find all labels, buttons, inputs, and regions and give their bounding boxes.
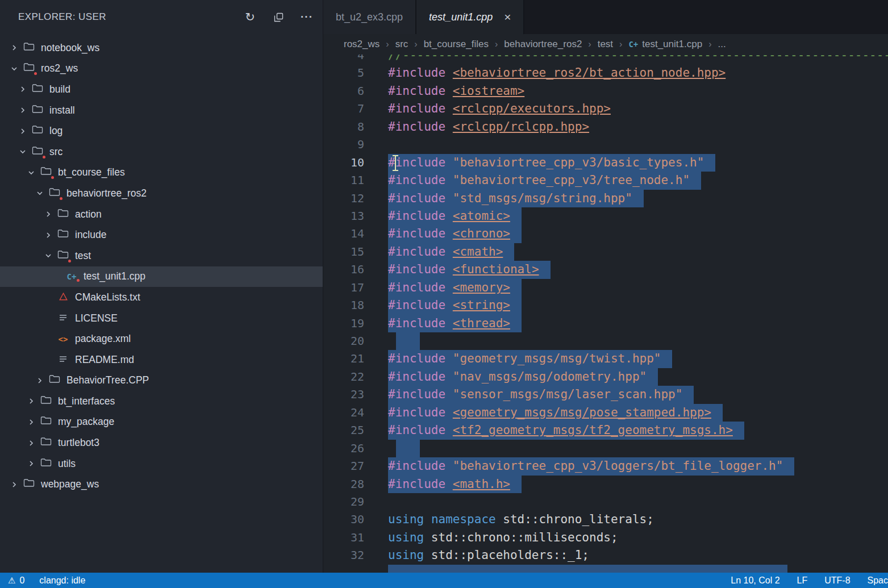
clangd-status[interactable]: clangd: idle (39, 576, 85, 586)
code-line[interactable]: 20 (323, 332, 888, 350)
tree-item-package.xml[interactable]: <>package.xml (0, 328, 323, 349)
chevron-down-icon[interactable] (41, 252, 56, 260)
ellipsis-icon[interactable]: ··· (300, 10, 314, 24)
tree-item-CMakeLists.txt[interactable]: CMakeLists.txt (0, 287, 323, 308)
chevron-down-icon[interactable] (24, 169, 39, 177)
chevron-right-icon[interactable] (7, 481, 22, 489)
code-line[interactable]: 5#include <behaviortree_ros2/bt_action_n… (323, 64, 888, 82)
chevron-down-icon[interactable] (32, 189, 47, 197)
code-line[interactable]: 26 (323, 440, 888, 457)
code-line[interactable]: 6#include <iostream> (323, 82, 888, 100)
tree-item-src[interactable]: src (0, 141, 323, 162)
tab-test_unit1.cpp[interactable]: test_unit1.cpp× (416, 0, 524, 34)
xml-file-icon: <> (56, 335, 70, 344)
code-line[interactable]: 11#include "behaviortree_cpp_v3/tree_nod… (323, 172, 888, 189)
tree-item-bt_interfaces[interactable]: bt_interfaces (0, 391, 323, 412)
code-line[interactable]: 22#include "nav_msgs/msg/odometry.hpp" (323, 368, 888, 386)
code-line[interactable]: 25#include <tf2_geometry_msgs/tf2_geomet… (323, 422, 888, 439)
breadcrumb-item-bt_course_files[interactable]: bt_course_files (424, 39, 489, 50)
tree-item-BehaviorTree.CPP[interactable]: BehaviorTree.CPP (0, 370, 323, 391)
chevron-right-icon[interactable] (24, 418, 39, 426)
breadcrumb-item-ros2_ws[interactable]: ros2_ws (344, 39, 380, 50)
code-line[interactable]: 12#include "std_msgs/msg/string.hpp" (323, 190, 888, 207)
code-line[interactable]: 10#include "behaviortree_cpp_v3/basic_ty… (323, 154, 888, 172)
breadcrumb-item-behaviortree_ros2[interactable]: behaviortree_ros2 (504, 39, 582, 50)
chevron-down-icon[interactable] (15, 148, 30, 156)
code-line[interactable]: 21#include "geometry_msgs/msg/twist.hpp" (323, 350, 888, 368)
chevron-right-icon[interactable] (15, 106, 30, 114)
chevron-right-icon[interactable] (24, 397, 39, 405)
line-text: //--------------------------------------… (388, 55, 888, 64)
tree-item-label: action (75, 208, 102, 220)
tree-item-ros2_ws[interactable]: ros2_ws (0, 59, 323, 80)
breadcrumb-item-test_unit1.cpp[interactable]: C+test_unit1.cpp (628, 39, 702, 50)
tree-item-test_unit1.cpp[interactable]: C+test_unit1.cpp (0, 266, 323, 287)
problems-indicator[interactable]: ⚠ 0 (8, 576, 24, 586)
refresh-icon[interactable]: ↻ (243, 10, 257, 24)
tab-bar: bt_u2_ex3.cpptest_unit1.cpp× (323, 0, 888, 34)
encoding-indicator[interactable]: UTF-8 (824, 576, 850, 586)
tree-item-turtlebot3[interactable]: turtlebot3 (0, 432, 323, 453)
code-line[interactable]: 4//-------------------------------------… (323, 55, 888, 64)
tab-bt_u2_ex3.cpp[interactable]: bt_u2_ex3.cpp (323, 0, 416, 34)
line-number: 9 (323, 136, 364, 153)
indentation-indicator[interactable]: Spac (868, 576, 888, 586)
code-line[interactable]: 19#include <thread> (323, 315, 888, 332)
code-editor[interactable]: 4//-------------------------------------… (323, 55, 888, 573)
chevron-right-icon[interactable] (41, 231, 56, 239)
eol-indicator[interactable]: LF (797, 576, 808, 586)
tree-item-build[interactable]: build (0, 79, 323, 100)
code-line[interactable]: 7#include <rclcpp/executors.hpp> (323, 100, 888, 118)
cursor-position[interactable]: Ln 10, Col 2 (731, 576, 779, 586)
code-line[interactable] (323, 565, 888, 573)
chevron-right-icon[interactable] (41, 210, 56, 218)
folder-icon (56, 208, 70, 220)
line-text: using std::placeholders::_1; (388, 547, 589, 564)
chevron-right-icon[interactable] (15, 85, 30, 93)
code-line[interactable]: 8#include <rclcpp/rclcpp.hpp> (323, 118, 888, 136)
tree-item-action[interactable]: action (0, 204, 323, 225)
tree-item-include[interactable]: include (0, 224, 323, 245)
tree-item-bt_course_files[interactable]: bt_course_files (0, 162, 323, 184)
breadcrumb-item-...[interactable]: ... (718, 39, 726, 50)
tree-item-label: utils (58, 458, 76, 470)
code-line[interactable]: 32using std::placeholders::_1; (323, 547, 888, 564)
code-line[interactable]: 24#include <geometry_msgs/msg/pose_stamp… (323, 404, 888, 422)
tree-item-install[interactable]: install (0, 100, 323, 121)
chevron-right-icon[interactable] (15, 127, 30, 135)
code-line[interactable]: 16#include <functional> (323, 261, 888, 278)
code-line[interactable]: 23#include "sensor_msgs/msg/laser_scan.h… (323, 386, 888, 403)
tree-item-my_package[interactable]: my_package (0, 412, 323, 433)
tree-item-webpage_ws[interactable]: webpage_ws (0, 474, 323, 495)
tree-item-README.md[interactable]: README.md (0, 349, 323, 370)
chevron-right-icon[interactable] (7, 44, 22, 52)
tree-item-test[interactable]: test (0, 245, 323, 266)
tree-item-log[interactable]: log (0, 120, 323, 141)
chevron-down-icon[interactable] (7, 65, 22, 73)
code-line[interactable]: 29 (323, 493, 888, 511)
code-line[interactable]: 28#include <math.h> (323, 476, 888, 493)
stacked-squares-icon[interactable] (272, 10, 285, 24)
code-line[interactable]: 15#include <cmath> (323, 243, 888, 261)
code-line[interactable]: 18#include <string> (323, 297, 888, 314)
tree-item-notebook_ws[interactable]: notebook_ws (0, 37, 323, 59)
tree-item-LICENSE[interactable]: LICENSE (0, 308, 323, 329)
breadcrumb-item-test[interactable]: test (598, 39, 613, 50)
code-line[interactable]: 14#include <chrono> (323, 225, 888, 243)
breadcrumb-item-src[interactable]: src (395, 39, 408, 50)
code-line[interactable]: 9 (323, 136, 888, 153)
folder-icon (39, 416, 53, 428)
line-number: 32 (323, 547, 364, 564)
tree-item-utils[interactable]: utils (0, 453, 323, 474)
close-icon[interactable]: × (504, 10, 511, 24)
code-line[interactable]: 27#include "behaviortree_cpp_v3/loggers/… (323, 457, 888, 475)
code-line[interactable]: 17#include <memory> (323, 279, 888, 297)
code-line[interactable]: 31using std::chrono::milliseconds; (323, 529, 888, 547)
chevron-right-icon[interactable] (24, 439, 39, 447)
code-line[interactable]: 13#include <atomic> (323, 207, 888, 225)
code-line[interactable]: 30using namespace std::chrono_literals; (323, 511, 888, 528)
chevron-right-icon[interactable] (32, 377, 47, 385)
chevron-right-icon[interactable] (24, 460, 39, 468)
tree-item-behaviortree_ros2[interactable]: behaviortree_ros2 (0, 183, 323, 204)
list-file-icon (56, 354, 70, 366)
